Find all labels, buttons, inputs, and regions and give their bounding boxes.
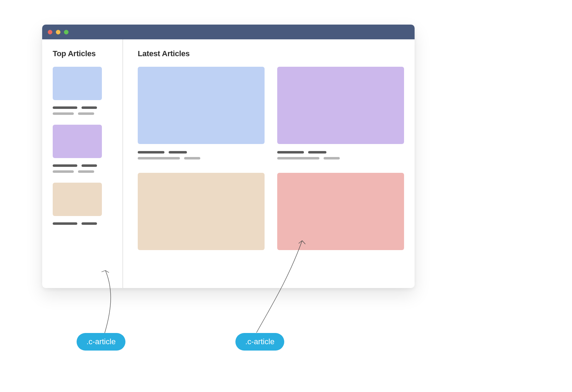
main-section: Latest Articles: [123, 39, 415, 288]
window-zoom-dot[interactable]: [64, 30, 69, 34]
article-text-placeholder: [53, 222, 112, 225]
article-text-placeholder: [53, 164, 112, 173]
main-title: Latest Articles: [138, 49, 404, 58]
grid-article[interactable]: [138, 173, 265, 250]
article-text-placeholder: [53, 106, 112, 115]
article-text-placeholder: [138, 151, 265, 159]
article-thumbnail: [277, 67, 404, 144]
grid-article[interactable]: [277, 67, 404, 159]
window-content: Top Articles: [42, 39, 415, 288]
article-thumbnail: [53, 125, 102, 158]
article-thumbnail: [138, 173, 265, 250]
window-titlebar: [42, 25, 415, 39]
article-grid: [138, 67, 404, 250]
window-close-dot[interactable]: [48, 30, 52, 34]
article-thumbnail: [53, 67, 102, 100]
window-minimize-dot[interactable]: [56, 30, 60, 34]
sidebar-article[interactable]: [53, 67, 112, 115]
article-thumbnail: [277, 173, 404, 250]
grid-article[interactable]: [138, 67, 265, 159]
article-text-placeholder: [277, 151, 404, 159]
sidebar-title: Top Articles: [53, 49, 112, 58]
annotation-label-right: .c-article: [235, 333, 284, 351]
browser-window: Top Articles: [42, 25, 415, 288]
grid-article[interactable]: [277, 173, 404, 250]
sidebar-article[interactable]: [53, 183, 112, 225]
article-thumbnail: [138, 67, 265, 144]
diagram-canvas: Top Articles: [0, 0, 572, 392]
sidebar: Top Articles: [42, 39, 123, 288]
sidebar-article[interactable]: [53, 125, 112, 173]
annotation-label-left: .c-article: [77, 333, 125, 351]
article-thumbnail: [53, 183, 102, 216]
